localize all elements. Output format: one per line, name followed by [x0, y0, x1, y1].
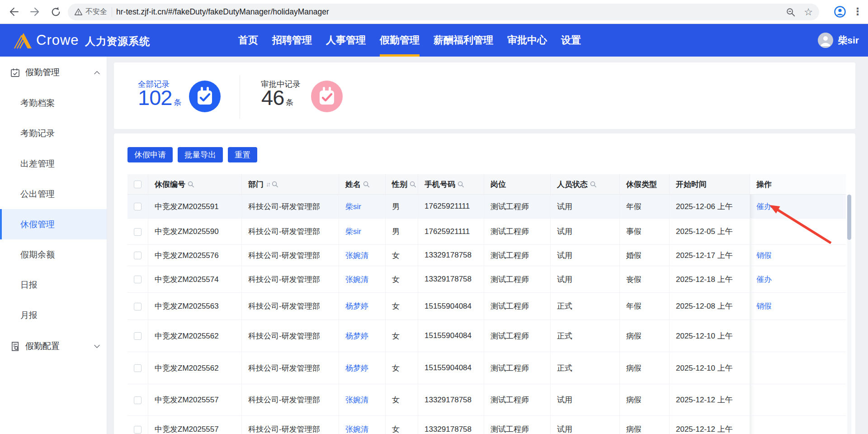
sidebar-item-0-5[interactable]: 假期余额 — [0, 239, 107, 270]
column-header-name[interactable]: 姓名 — [339, 174, 386, 195]
table-row: 中竞发ZM2025574科技公司-研发管理部张婉清女13329178758测试工… — [127, 266, 846, 293]
table-scrollbar[interactable] — [847, 195, 851, 434]
cell-id: 中竞发ZM2025563 — [148, 293, 242, 320]
row-checkbox[interactable] — [134, 276, 142, 283]
cell-gender: 男 — [386, 195, 418, 219]
scrollbar-thumb[interactable] — [847, 195, 851, 240]
search-icon[interactable] — [188, 181, 194, 188]
calendar-check-badge-icon — [189, 81, 221, 112]
name-link[interactable]: 柴sir — [345, 227, 361, 236]
cell-dept: 科技公司-研发管理部 — [242, 320, 339, 352]
nav-item-5[interactable]: 审批中心 — [507, 24, 547, 57]
sidebar-item-0-1[interactable]: 考勤记录 — [0, 118, 107, 148]
action-link[interactable]: 销假 — [756, 251, 772, 260]
star-icon[interactable]: ☆ — [804, 7, 813, 17]
cell-status: 试用 — [551, 266, 620, 293]
nav-item-2[interactable]: 人事管理 — [326, 24, 366, 57]
action-link[interactable]: 催办 — [756, 202, 772, 211]
column-header-dept[interactable]: 部门↓↑ — [242, 174, 339, 195]
column-header-start: 开始时间 — [670, 174, 750, 195]
stat-total-value: 102条 — [138, 85, 181, 110]
cell-status: 试用 — [551, 245, 620, 266]
nav-item-6[interactable]: 设置 — [561, 24, 581, 57]
cell-post: 测试工程师 — [484, 195, 551, 219]
batch-export-button[interactable]: 批量导出 — [178, 147, 223, 162]
stat-total-unit: 条 — [174, 98, 181, 107]
row-checkbox[interactable] — [134, 303, 142, 310]
url-bar[interactable]: 不安全 hr-test.zjf-it.cn/#/fakeDuty/fakeDut… — [68, 4, 819, 20]
search-icon[interactable] — [410, 181, 416, 188]
column-header-gender[interactable]: 性别 — [386, 174, 418, 195]
three-dot-menu-icon[interactable]: ⋮ — [851, 5, 864, 19]
column-header-checkbox[interactable] — [127, 174, 148, 195]
cell-checkbox — [127, 266, 148, 293]
sidebar-item-0-4[interactable]: 休假管理 — [0, 209, 107, 239]
search-icon[interactable] — [590, 181, 597, 188]
cell-post: 测试工程师 — [484, 416, 551, 434]
search-icon[interactable] — [458, 181, 464, 188]
cell-name: 张婉清 — [339, 416, 386, 434]
zoom-out-icon[interactable] — [786, 7, 796, 17]
row-checkbox[interactable] — [134, 364, 142, 372]
search-icon[interactable] — [272, 181, 278, 188]
sidebar-item-0-7[interactable]: 月报 — [0, 300, 107, 330]
sidebar-item-0-3[interactable]: 公出管理 — [0, 179, 107, 209]
action-link[interactable]: 催办 — [756, 275, 772, 284]
nav-item-0[interactable]: 首页 — [238, 24, 258, 57]
reset-button[interactable]: 重置 — [228, 147, 257, 162]
security-badge[interactable]: 不安全 — [74, 7, 112, 17]
cell-name: 杨梦婷 — [339, 293, 386, 320]
cell-name: 张婉清 — [339, 266, 386, 293]
row-checkbox[interactable] — [134, 252, 142, 259]
name-link[interactable]: 杨梦婷 — [345, 302, 368, 310]
forward-arrow-icon[interactable] — [28, 5, 42, 19]
name-link[interactable]: 杨梦婷 — [345, 332, 368, 340]
sidebar-item-0-2[interactable]: 出差管理 — [0, 148, 107, 179]
cell-phone: 13329178758 — [418, 384, 484, 416]
cell-dept: 科技公司-研发管理部 — [242, 245, 339, 266]
select-all-checkbox[interactable] — [134, 181, 142, 188]
table-row: 中竞发ZM2025576科技公司-研发管理部张婉清女13329178758测试工… — [127, 245, 846, 266]
cell-phone: 17625921111 — [418, 219, 484, 245]
column-header-status[interactable]: 人员状态 — [551, 174, 620, 195]
cell-checkbox — [127, 245, 148, 266]
refresh-icon[interactable] — [49, 5, 62, 19]
name-link[interactable]: 张婉清 — [345, 425, 368, 434]
name-link[interactable]: 杨梦婷 — [345, 364, 368, 372]
url-text[interactable]: hr-test.zjf-it.cn/#/fakeDuty/fakeDutyMan… — [116, 7, 782, 17]
name-link[interactable]: 张婉清 — [345, 251, 368, 260]
action-link[interactable]: 销假 — [756, 302, 772, 310]
nav-item-4[interactable]: 薪酬福利管理 — [434, 24, 493, 57]
column-header-phone[interactable]: 手机号码 — [418, 174, 484, 195]
sidebar-item-0-0[interactable]: 考勤档案 — [0, 88, 107, 118]
search-icon[interactable] — [363, 181, 370, 188]
sort-icon[interactable]: ↓↑ — [266, 181, 269, 188]
apply-leave-button[interactable]: 休假申请 — [127, 147, 173, 162]
row-checkbox[interactable] — [134, 396, 142, 404]
cell-leave_type: 年假 — [620, 195, 670, 219]
name-link[interactable]: 张婉清 — [345, 275, 368, 284]
name-link[interactable]: 柴sir — [345, 202, 361, 211]
records-card: 休假申请 批量导出 重置 休假编号部门↓↑姓名性别手机号码岗位人员状态休假类型开… — [114, 134, 855, 434]
cell-post: 测试工程师 — [484, 352, 551, 384]
back-arrow-icon[interactable] — [7, 5, 21, 19]
table-row: 中竞发ZM2025590科技公司-研发管理部柴sir男17625921111测试… — [127, 219, 846, 245]
cell-start: 2025-12-08 上午 — [670, 293, 750, 320]
nav-item-3[interactable]: 假勤管理 — [380, 24, 420, 57]
user-menu[interactable]: 柴sir — [818, 24, 859, 57]
name-link[interactable]: 张婉清 — [345, 396, 368, 404]
sidebar-group-1[interactable]: 假勤配置 — [0, 338, 107, 354]
row-checkbox[interactable] — [134, 203, 142, 210]
nav-item-1[interactable]: 招聘管理 — [272, 24, 312, 57]
cell-start: 2025-12-18 上午 — [670, 266, 750, 293]
row-checkbox[interactable] — [134, 426, 142, 434]
profile-icon[interactable] — [833, 5, 847, 19]
row-checkbox[interactable] — [134, 228, 142, 236]
column-header-id[interactable]: 休假编号 — [148, 174, 242, 195]
sidebar-item-0-6[interactable]: 日报 — [0, 270, 107, 300]
cell-name: 柴sir — [339, 219, 386, 245]
table-row: 中竞发ZM2025563科技公司-研发管理部杨梦婷女15155904084测试工… — [127, 293, 846, 320]
cell-phone: 15155904084 — [418, 352, 484, 384]
row-checkbox[interactable] — [134, 332, 142, 340]
sidebar-group-0[interactable]: 假勤管理 — [0, 64, 107, 81]
